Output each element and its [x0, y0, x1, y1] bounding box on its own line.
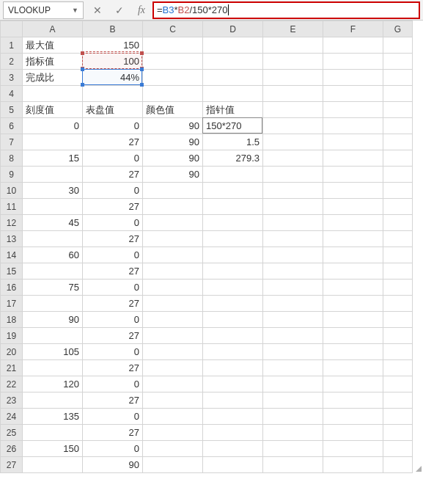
cell-B22[interactable]: 0	[83, 376, 143, 392]
row-header-1[interactable]: 1	[1, 37, 23, 54]
cell-C6[interactable]: 90	[143, 118, 203, 134]
cell-D26[interactable]	[203, 441, 263, 457]
cell-E21[interactable]	[263, 360, 323, 376]
cell-F23[interactable]	[323, 392, 383, 409]
row-header-22[interactable]: 22	[1, 376, 23, 392]
cell-A13[interactable]	[23, 231, 83, 247]
cell-C23[interactable]	[143, 392, 203, 409]
column-header-A[interactable]: A	[23, 21, 83, 37]
cell-D16[interactable]	[203, 280, 263, 296]
cell-A16[interactable]: 75	[23, 280, 83, 296]
cell-B7[interactable]: 27	[83, 134, 143, 150]
cell-F26[interactable]	[323, 441, 383, 457]
cell-A14[interactable]: 60	[23, 247, 83, 263]
cell-G2[interactable]	[383, 54, 413, 70]
column-header-E[interactable]: E	[263, 21, 323, 37]
cell-B25[interactable]: 27	[83, 425, 143, 441]
cell-C2[interactable]	[143, 54, 203, 70]
cell-C21[interactable]	[143, 360, 203, 376]
cell-F20[interactable]	[323, 344, 383, 360]
cell-B24[interactable]: 0	[83, 409, 143, 425]
cancel-formula-button[interactable]: ✕	[87, 4, 108, 16]
cell-C1[interactable]	[143, 37, 203, 54]
cell-D22[interactable]	[203, 376, 263, 392]
cell-C5[interactable]: 颜色值	[143, 102, 203, 118]
cell-G6[interactable]	[383, 118, 413, 134]
cell-F17[interactable]	[323, 296, 383, 312]
cell-B26[interactable]: 0	[83, 441, 143, 457]
row-header-13[interactable]: 13	[1, 231, 23, 247]
cell-D8[interactable]: 279.3	[203, 150, 263, 167]
cell-A6[interactable]: 0	[23, 118, 83, 134]
cell-A9[interactable]	[23, 167, 83, 183]
cell-F18[interactable]	[323, 312, 383, 328]
cell-B21[interactable]: 27	[83, 360, 143, 376]
cell-A22[interactable]: 120	[23, 376, 83, 392]
row-header-24[interactable]: 24	[1, 409, 23, 425]
cell-B27[interactable]: 90	[83, 457, 143, 473]
cell-D13[interactable]	[203, 231, 263, 247]
cell-E12[interactable]	[263, 215, 323, 231]
cell-F13[interactable]	[323, 231, 383, 247]
cell-C25[interactable]	[143, 425, 203, 441]
cell-D11[interactable]	[203, 199, 263, 215]
cell-E7[interactable]	[263, 134, 323, 150]
cell-F6[interactable]	[323, 118, 383, 134]
cell-G27[interactable]	[383, 457, 413, 473]
cell-A4[interactable]	[23, 86, 83, 102]
cell-B16[interactable]: 0	[83, 280, 143, 296]
cell-C26[interactable]	[143, 441, 203, 457]
cell-D20[interactable]	[203, 344, 263, 360]
cell-E20[interactable]	[263, 344, 323, 360]
cell-C18[interactable]	[143, 312, 203, 328]
row-header-19[interactable]: 19	[1, 328, 23, 344]
row-header-10[interactable]: 10	[1, 183, 23, 199]
select-all-corner[interactable]	[1, 21, 23, 37]
cell-G17[interactable]	[383, 296, 413, 312]
cell-G13[interactable]	[383, 231, 413, 247]
cell-E10[interactable]	[263, 183, 323, 199]
row-header-9[interactable]: 9	[1, 167, 23, 183]
row-header-11[interactable]: 11	[1, 199, 23, 215]
cell-B19[interactable]: 27	[83, 328, 143, 344]
name-box-dropdown-icon[interactable]: ▼	[72, 7, 78, 14]
cell-E18[interactable]	[263, 312, 323, 328]
cell-B20[interactable]: 0	[83, 344, 143, 360]
cell-C4[interactable]	[143, 86, 203, 102]
cell-G3[interactable]	[383, 70, 413, 86]
cell-B13[interactable]: 27	[83, 231, 143, 247]
row-header-8[interactable]: 8	[1, 150, 23, 167]
cell-E14[interactable]	[263, 247, 323, 263]
cell-F5[interactable]	[323, 102, 383, 118]
cell-C7[interactable]: 90	[143, 134, 203, 150]
cell-G18[interactable]	[383, 312, 413, 328]
cell-B18[interactable]: 0	[83, 312, 143, 328]
cell-E1[interactable]	[263, 37, 323, 54]
cell-E23[interactable]	[263, 392, 323, 409]
cell-A3[interactable]: 完成比	[23, 70, 83, 86]
cell-G11[interactable]	[383, 199, 413, 215]
cell-C8[interactable]: 90	[143, 150, 203, 167]
cell-D24[interactable]	[203, 409, 263, 425]
cell-F10[interactable]	[323, 183, 383, 199]
cell-A19[interactable]	[23, 328, 83, 344]
cell-G5[interactable]	[383, 102, 413, 118]
row-header-3[interactable]: 3	[1, 70, 23, 86]
row-header-4[interactable]: 4	[1, 86, 23, 102]
cell-B1[interactable]: 150	[83, 37, 143, 54]
cell-G20[interactable]	[383, 344, 413, 360]
cell-F11[interactable]	[323, 199, 383, 215]
cell-G26[interactable]	[383, 441, 413, 457]
cell-D19[interactable]	[203, 328, 263, 344]
cell-C19[interactable]	[143, 328, 203, 344]
cell-E5[interactable]	[263, 102, 323, 118]
cell-C24[interactable]	[143, 409, 203, 425]
cell-G16[interactable]	[383, 280, 413, 296]
row-header-21[interactable]: 21	[1, 360, 23, 376]
cell-F12[interactable]	[323, 215, 383, 231]
cell-F24[interactable]	[323, 409, 383, 425]
cell-D6[interactable]: 150*270	[203, 118, 263, 134]
cell-A15[interactable]	[23, 263, 83, 280]
cell-B12[interactable]: 0	[83, 215, 143, 231]
cell-G10[interactable]	[383, 183, 413, 199]
